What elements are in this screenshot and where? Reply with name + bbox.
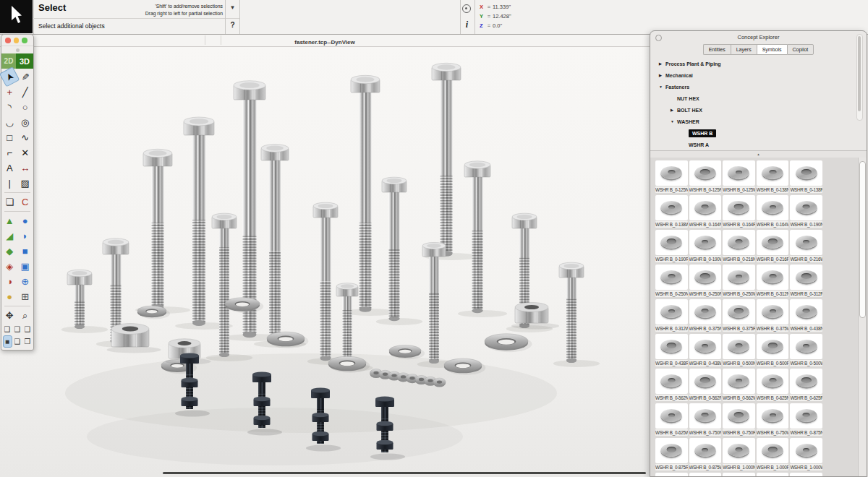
palette-titlebar[interactable] (1, 35, 33, 46)
chevron-collapsed-icon[interactable]: ▶ (659, 61, 665, 66)
symbol-cell[interactable]: WSHR B_0-250W (723, 265, 755, 297)
spline-icon[interactable]: ∿ (18, 130, 33, 145)
symbol-cell[interactable]: WSHR B_0-750N (689, 403, 722, 436)
symbol-cell[interactable] (757, 473, 789, 476)
panel-titlebar[interactable]: Concept Explorer (650, 31, 867, 43)
tree-item-process-plant-piping[interactable]: ▶Process Plant & Piping (650, 58, 867, 69)
copy-icon[interactable]: ❏ (2, 194, 17, 210)
render-ball-icon[interactable]: ● (2, 289, 17, 304)
symbol-cell[interactable]: WSHR B_0-138N (757, 160, 789, 193)
symbol-cell[interactable]: WSHR B_1-000R (757, 438, 789, 470)
symbol-cell[interactable]: WSHR B_0-125R (689, 160, 722, 193)
symbol-cell[interactable]: WSHR B_0-190N (790, 195, 822, 228)
text-icon[interactable]: A (2, 160, 17, 176)
symbol-cell[interactable]: WSHR B_0-625R (790, 369, 822, 401)
point-icon[interactable]: + (2, 85, 17, 100)
symbol-cell[interactable]: WSHR B_0-500W (790, 334, 822, 366)
construction-line-icon[interactable]: | (2, 176, 17, 191)
curve-icon[interactable]: ◡ (2, 115, 17, 130)
info-button[interactable]: i (461, 20, 472, 30)
drawing-canvas[interactable] (0, 46, 650, 477)
tree-item-wshr-b[interactable]: WSHR B (650, 127, 867, 139)
symbol-cell[interactable]: WSHR B_0-500N (723, 334, 755, 366)
materials-icon[interactable]: ⊞ (18, 289, 33, 304)
symbol-cell[interactable]: WSHR B_0-125W (723, 160, 755, 193)
symbol-cell[interactable]: WSHR B_0-312R (790, 265, 822, 297)
symbol-cell[interactable]: WSHR B_0-250R (689, 265, 722, 297)
dimension-icon[interactable]: ↔ (18, 160, 33, 176)
imprint-icon[interactable]: ▣ (18, 259, 33, 274)
wireframe-mode-icon[interactable]: ❑ (13, 335, 22, 348)
symbol-cell[interactable]: WSHR B_0-562N (655, 369, 688, 401)
loft-icon[interactable]: ◈ (2, 259, 17, 274)
grid-scrollbar-thumb[interactable] (859, 161, 866, 318)
tree-scrollbar-thumb[interactable] (858, 36, 861, 111)
cone-icon[interactable]: ▲ (2, 213, 17, 228)
erase-icon[interactable]: ✕ (18, 145, 33, 160)
symbol-cell[interactable]: WSHR B_0-625N (757, 369, 789, 401)
symbol-cell[interactable]: WSHR B_0-750W (757, 403, 789, 436)
assemble-icon[interactable]: ⊕ (18, 274, 33, 289)
symbol-cell[interactable]: WSHR B_0-164W (757, 195, 789, 228)
tab-copilot[interactable]: Copilot (787, 44, 814, 55)
window-bottom-edge[interactable] (163, 472, 646, 474)
symbol-cell[interactable]: WSHR B_0-312N (757, 265, 789, 297)
rectangle-icon[interactable]: □ (2, 130, 17, 145)
symbol-cell[interactable]: WSHR B_0-875R (655, 438, 688, 470)
zoom-icon[interactable]: ⌕ (18, 308, 33, 323)
symbol-cell[interactable]: WSHR B_0-438R (655, 334, 688, 366)
mode-3d-button[interactable]: 3D (16, 53, 33, 69)
symbol-cell[interactable]: WSHR B_0-164N (689, 195, 722, 228)
sphere-icon[interactable]: ● (18, 213, 33, 228)
tab-layers[interactable]: Layers (731, 44, 757, 55)
symbol-cell[interactable]: WSHR B_0-375N (689, 299, 722, 332)
symbol-cell[interactable]: WSHR B_0-216R (757, 230, 789, 262)
tab-symbols[interactable]: Symbols (757, 44, 787, 55)
tree-item-mechanical[interactable]: ▶Mechanical (650, 69, 867, 81)
line-icon[interactable]: ╱ (18, 85, 33, 100)
symbol-cell[interactable]: WSHR B_0-875W (689, 438, 722, 470)
symbol-cell[interactable]: WSHR B_0-250N (655, 265, 688, 297)
symbol-cell[interactable] (723, 473, 755, 476)
symbol-cell[interactable]: WSHR B_0-750R (723, 403, 755, 436)
chevron-expanded-icon[interactable]: ▼ (671, 119, 677, 124)
close-button[interactable] (5, 38, 11, 43)
circle-icon[interactable]: ○ (18, 100, 33, 115)
symbol-cell[interactable]: WSHR B_0-438W (689, 334, 722, 366)
hidden-line-mode-icon[interactable]: ❒ (23, 335, 33, 348)
symbol-cell[interactable] (655, 473, 688, 476)
minimize-button[interactable] (14, 38, 20, 43)
sweep-icon[interactable]: ◆ (2, 244, 17, 259)
polyline-icon[interactable]: ⌐ (2, 145, 17, 160)
view-side-icon[interactable]: ❑ (23, 323, 33, 335)
symbol-cell[interactable]: WSHR B_0-216N (723, 230, 755, 262)
tree-scrollbar[interactable] (856, 34, 863, 121)
mode-2d-button[interactable]: 2D (1, 53, 16, 69)
ellipse-icon[interactable]: ◎ (18, 115, 33, 130)
symbol-cell[interactable]: WSHR B_0-375W (757, 299, 789, 332)
zoom-button[interactable] (22, 38, 27, 43)
grid-scrollbar[interactable] (858, 158, 867, 476)
view-front-icon[interactable]: ❑ (13, 323, 22, 335)
symbol-cell[interactable]: WSHR B_0-438N (790, 299, 822, 332)
help-button[interactable]: ? (226, 21, 239, 29)
tab-entities[interactable]: Entities (703, 44, 731, 55)
symbol-cell[interactable] (689, 473, 722, 476)
arc-icon[interactable]: ◝ (2, 100, 17, 115)
palette-collapse-dot[interactable] (16, 48, 20, 52)
symbol-cell[interactable] (790, 473, 822, 476)
chevron-collapsed-icon[interactable]: ▶ (659, 73, 665, 77)
tree-item-wshr-a[interactable]: WSHR A (650, 139, 867, 150)
symbol-cell[interactable]: WSHR B_1-000N (723, 438, 755, 470)
symbol-cell[interactable]: WSHR B_1-000W (790, 438, 822, 470)
tree-item-washer[interactable]: ▼WASHER (650, 116, 867, 127)
active-tool-button[interactable] (0, 0, 33, 33)
boolean-icon[interactable]: ◑ (2, 274, 17, 289)
tool-dropdown-button[interactable]: ▼ (226, 4, 239, 11)
hatch-icon[interactable]: ▨ (18, 176, 33, 191)
shaded-mode-icon[interactable]: ■ (3, 335, 12, 348)
symbol-cell[interactable]: WSHR B_0-216W (790, 230, 822, 262)
chevron-expanded-icon[interactable]: ▼ (659, 85, 665, 89)
symbol-cell[interactable]: WSHR B_0-138W (655, 195, 688, 228)
view-iso-icon[interactable]: ❑ (3, 323, 12, 335)
